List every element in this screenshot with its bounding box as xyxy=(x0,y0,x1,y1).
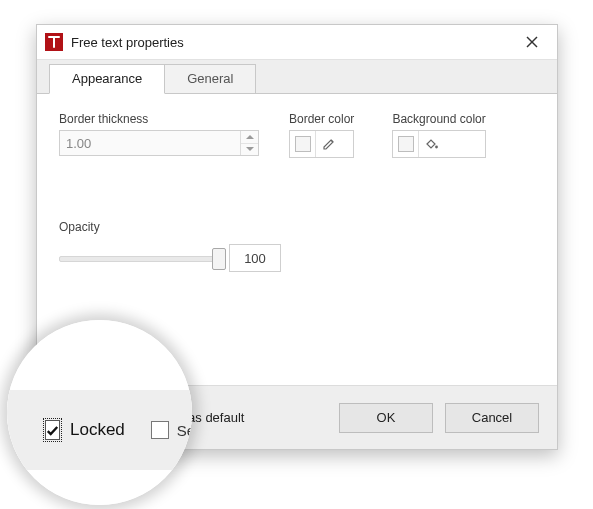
opacity-input[interactable] xyxy=(229,244,281,272)
border-thickness-spinner[interactable] xyxy=(59,130,259,156)
border-thickness-field: Border thickness xyxy=(59,112,259,158)
svg-line-2 xyxy=(331,140,333,142)
appearance-panel: Border thickness Border color xyxy=(37,93,557,373)
border-color-label: Border color xyxy=(289,112,354,126)
tab-general[interactable]: General xyxy=(164,64,256,94)
title-bar: Free text properties xyxy=(37,25,557,59)
pencil-icon xyxy=(322,137,336,151)
check-icon xyxy=(57,412,68,423)
border-thickness-label: Border thickness xyxy=(59,112,259,126)
chevron-down-icon xyxy=(246,147,254,151)
cancel-button[interactable]: Cancel xyxy=(445,403,539,433)
tab-appearance[interactable]: Appearance xyxy=(49,64,165,94)
color-swatch-icon xyxy=(398,136,414,152)
adobe-icon xyxy=(45,33,63,51)
border-color-picker[interactable] xyxy=(289,130,354,158)
locked-checkbox-group[interactable]: Locked xyxy=(55,410,120,425)
fill-bucket-icon xyxy=(424,137,439,151)
tab-strip: Appearance General xyxy=(37,59,557,93)
svg-point-3 xyxy=(435,146,438,149)
set-default-checkbox-group[interactable]: Set as default xyxy=(142,410,245,425)
opacity-label: Opacity xyxy=(59,220,535,234)
locked-checkbox[interactable] xyxy=(55,410,70,425)
close-icon xyxy=(526,36,538,48)
background-color-picker[interactable] xyxy=(392,130,485,158)
spinner-down[interactable] xyxy=(241,143,258,156)
spinner-up[interactable] xyxy=(241,131,258,143)
background-color-swatch[interactable] xyxy=(393,131,418,157)
ok-button[interactable]: OK xyxy=(339,403,433,433)
background-color-label: Background color xyxy=(392,112,485,126)
free-text-properties-dialog: Free text properties Appearance General … xyxy=(36,24,558,450)
border-color-field: Border color xyxy=(289,112,354,158)
chevron-up-icon xyxy=(246,135,254,139)
border-color-edit[interactable] xyxy=(315,131,341,157)
background-color-fill[interactable] xyxy=(418,131,444,157)
slider-track xyxy=(59,256,219,262)
border-thickness-input[interactable] xyxy=(60,131,240,155)
set-default-checkbox[interactable] xyxy=(142,410,157,425)
opacity-slider[interactable] xyxy=(59,249,219,267)
color-swatch-icon xyxy=(295,136,311,152)
locked-label: Locked xyxy=(78,410,120,425)
dialog-footer: Locked Set as default OK Cancel xyxy=(37,385,557,449)
opacity-field: Opacity xyxy=(59,220,535,272)
border-color-swatch[interactable] xyxy=(290,131,315,157)
background-color-field: Background color xyxy=(392,112,485,158)
set-default-label: Set as default xyxy=(165,410,245,425)
close-button[interactable] xyxy=(517,30,547,54)
window-title: Free text properties xyxy=(71,35,517,50)
slider-thumb[interactable] xyxy=(212,248,226,270)
